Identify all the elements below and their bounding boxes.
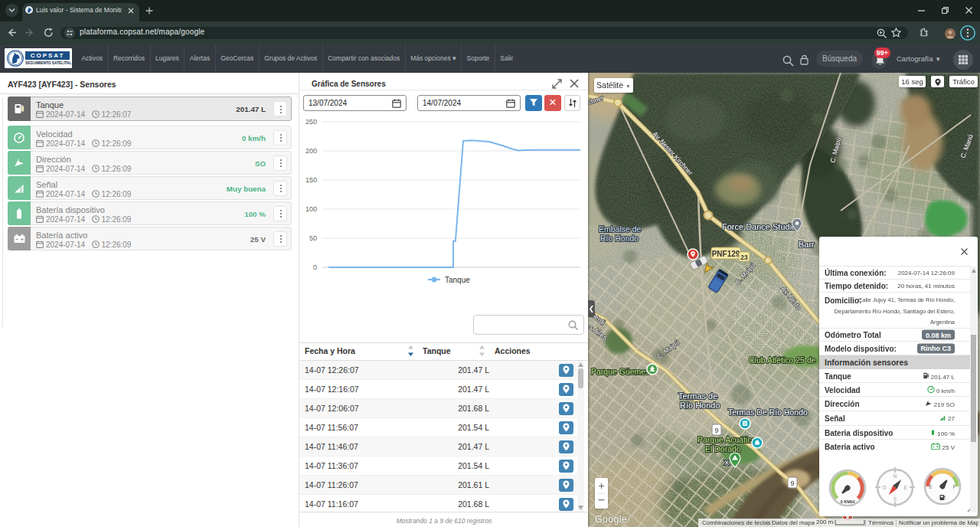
svg-text:Parque Acuático: Parque Acuático <box>697 435 756 444</box>
svg-text:PNF129: PNF129 <box>712 250 740 258</box>
svg-text:El Dorado: El Dorado <box>705 444 741 453</box>
svg-text:Termas de: Termas de <box>678 391 717 401</box>
svg-text:Termas De Río Hondo: Termas De Río Hondo <box>728 408 808 417</box>
svg-text:O: O <box>882 485 886 490</box>
svg-text:Force Dance Studio: Force Dance Studio <box>722 222 796 231</box>
svg-text:F: F <box>953 484 956 489</box>
svg-text:E: E <box>929 484 933 489</box>
svg-text:Club Atlético 25 de: Club Atlético 25 de <box>749 355 816 365</box>
svg-text:200: 200 <box>305 147 317 155</box>
svg-text:9: 9 <box>714 427 718 434</box>
svg-text:Embalse de: Embalse de <box>599 224 642 234</box>
svg-text:0 KM/H: 0 KM/H <box>841 499 855 504</box>
svg-text:X: X <box>724 458 730 466</box>
svg-text:250: 250 <box>305 118 317 126</box>
svg-text:0: 0 <box>313 264 317 271</box>
svg-text:S: S <box>893 496 897 502</box>
svg-text:150: 150 <box>305 176 317 184</box>
svg-text:Barr: Barr <box>799 240 815 249</box>
svg-text:50: 50 <box>309 234 317 242</box>
svg-text:9: 9 <box>790 480 794 487</box>
svg-text:Tanque: Tanque <box>445 276 470 284</box>
svg-text:N: N <box>893 473 897 479</box>
svg-text:Río Hondo: Río Hondo <box>680 401 720 410</box>
svg-text:Parque Güemes: Parque Güemes <box>591 367 649 376</box>
svg-text:100: 100 <box>305 205 317 213</box>
svg-text:23: 23 <box>740 254 748 261</box>
svg-text:E: E <box>904 485 908 490</box>
svg-text:Río Hondo: Río Hondo <box>600 234 639 243</box>
